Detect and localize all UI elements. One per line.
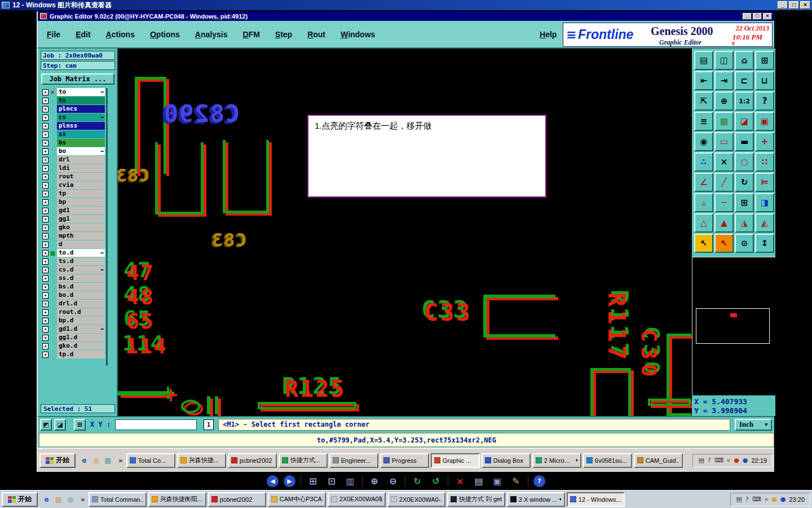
mouse-mode-button[interactable]: 1: [204, 419, 214, 430]
layer-name[interactable]: bp: [57, 198, 105, 206]
menu-analysis[interactable]: Analysis: [195, 30, 228, 39]
layer-row-ts[interactable]: ts: [42, 97, 105, 104]
tool-button-10[interactable]: ⊕: [714, 91, 734, 111]
start-button[interactable]: 开始: [2, 492, 38, 507]
start-slideshow-button[interactable]: ▥: [343, 474, 357, 488]
tool-button-2[interactable]: ◫: [714, 51, 734, 70]
previous-image-button[interactable]: ◀: [267, 475, 279, 487]
layer-checkbox[interactable]: [42, 165, 48, 172]
tool-button-15[interactable]: ◪: [735, 112, 754, 131]
layer-row-plncs[interactable]: plncs: [42, 105, 105, 113]
maximize-button[interactable]: □: [789, 1, 799, 9]
tool-button-35[interactable]: ◮: [735, 213, 754, 233]
taskbar-button-10[interactable]: 6v0581su...: [583, 453, 632, 468]
tool-button-27[interactable]: ↻: [735, 173, 754, 192]
layer-name[interactable]: rout.d: [57, 308, 105, 316]
tool-button-16[interactable]: ▣: [755, 112, 774, 131]
tray-icon-2[interactable]: ?: [708, 457, 711, 463]
tray-icon-6[interactable]: ●: [743, 457, 748, 463]
layer-name[interactable]: cvia: [57, 181, 105, 189]
layer-name[interactable]: gd1: [57, 207, 105, 214]
print-button[interactable]: ▤: [472, 474, 486, 488]
taskbar-button-4[interactable]: 快捷方式...: [279, 453, 328, 468]
layer-name[interactable]: ss.d: [57, 274, 105, 282]
layer-name[interactable]: ts: [57, 97, 105, 104]
layer-row-drl[interactable]: drl: [42, 156, 105, 164]
taskbar-button-2[interactable]: 兴森快捷...: [177, 453, 226, 468]
layer-checkbox[interactable]: [42, 148, 48, 155]
taskbar-button-7[interactable]: Graphic ...: [431, 453, 480, 468]
layer-name[interactable]: gko: [57, 224, 105, 231]
layer-row-rout[interactable]: rout: [42, 173, 105, 181]
tool-button-31[interactable]: ⊞: [735, 193, 754, 212]
tray-icon-5[interactable]: ●: [771, 496, 777, 502]
layer-row-plnss[interactable]: plnss: [42, 122, 105, 130]
tray-icon-1[interactable]: ▤: [698, 457, 704, 463]
tray-icon-5[interactable]: ●: [734, 457, 739, 463]
layer-checkbox[interactable]: [42, 335, 48, 341]
taskbar-button-2[interactable]: 兴森快捷衡阳...: [148, 492, 206, 507]
taskbar-button-8[interactable]: Dialog Box: [482, 453, 531, 468]
tool-button-18[interactable]: ▭: [714, 132, 734, 151]
tool-button-22[interactable]: ×: [714, 152, 734, 172]
layer-checkbox[interactable]: [42, 352, 48, 358]
menu-dfm[interactable]: DFM: [242, 30, 259, 39]
taskbar-button-8[interactable]: 3 X window ...▾: [507, 492, 565, 507]
layer-row-ss[interactable]: ss: [42, 130, 105, 138]
layer-name[interactable]: bo◂▸: [57, 147, 105, 155]
menu-edit[interactable]: Edit: [76, 30, 90, 39]
taskbar-button-6[interactable]: 2X0EX00WA0-...: [387, 492, 445, 507]
tool-button-29[interactable]: ▵: [694, 193, 713, 212]
taskbar-button-5[interactable]: 2X0EX00WA0制...: [328, 492, 386, 507]
layer-name[interactable]: cs.d◂▸: [57, 266, 105, 274]
job-matrix-button[interactable]: Job Matrix ...: [41, 73, 114, 85]
layer-checkbox[interactable]: [42, 242, 48, 248]
layer-checkbox[interactable]: [42, 132, 48, 138]
layer-checkbox[interactable]: [42, 267, 48, 273]
zoom-in-button[interactable]: ⊕: [368, 474, 381, 488]
minimap[interactable]: [696, 308, 770, 344]
tool-button-14[interactable]: ▦: [714, 112, 734, 131]
layer-name[interactable]: drl.d: [57, 300, 105, 308]
best-fit-button[interactable]: ⊞: [306, 474, 320, 488]
layer-row-bp.d[interactable]: bp.d: [42, 317, 105, 325]
layer-checkbox[interactable]: [42, 98, 48, 104]
layer-name[interactable]: ts.d: [57, 257, 105, 265]
layer-row-bp[interactable]: bp: [42, 198, 105, 206]
tool-button-3[interactable]: ⌂: [735, 51, 754, 70]
tool-button-40[interactable]: ↕: [755, 234, 774, 253]
tool-button-11[interactable]: 1:2: [735, 91, 754, 111]
tool-button-26[interactable]: ╱: [714, 173, 734, 192]
layer-checkbox[interactable]: [42, 115, 48, 121]
tray-icon-1[interactable]: ▤: [736, 496, 742, 502]
layer-name[interactable]: tp: [57, 190, 105, 198]
layer-row-ss.d[interactable]: ss.d: [42, 274, 105, 282]
layer-row-mpth[interactable]: mpth: [42, 232, 105, 240]
taskbar-button-3[interactable]: pcbnet2002: [208, 492, 266, 507]
layer-name[interactable]: gko.d: [57, 342, 105, 350]
layer-row-gko.d[interactable]: gko.d: [42, 342, 105, 350]
tool-button-21[interactable]: ∴: [694, 152, 713, 172]
layer-checkbox[interactable]: [42, 233, 48, 239]
taskbar-button-6[interactable]: Progress: [380, 453, 429, 468]
status-tool-button-2[interactable]: ◪: [54, 419, 66, 431]
minimize-button[interactable]: _: [778, 1, 788, 9]
layer-name[interactable]: tp.d: [57, 351, 105, 358]
app-titlebar[interactable]: Graphic Editor 9.02c2 (00@HY-HYCAM-PC048…: [38, 11, 774, 21]
layer-name[interactable]: cs◂▸: [57, 113, 105, 121]
layer-checkbox[interactable]: [42, 284, 48, 290]
menu-file[interactable]: File: [47, 30, 60, 39]
tool-button-37[interactable]: ↖: [694, 234, 713, 253]
xy-input[interactable]: [115, 419, 197, 430]
tool-button-30[interactable]: ─: [714, 193, 734, 212]
edit-button[interactable]: ✎: [509, 474, 523, 488]
tray-icon-4[interactable]: «: [727, 457, 731, 463]
status-tool-button-1[interactable]: ◩: [40, 419, 52, 431]
layer-row-tp.d[interactable]: tp.d: [42, 351, 105, 358]
layer-row-cs.d[interactable]: cs.d◂▸: [42, 266, 105, 274]
minimize-button[interactable]: _: [743, 13, 752, 20]
layer-name[interactable]: drl: [57, 156, 105, 164]
menu-windows[interactable]: Windows: [341, 30, 375, 39]
tool-button-19[interactable]: ▬: [735, 132, 754, 151]
layer-row-ldi[interactable]: ldi: [42, 164, 105, 172]
